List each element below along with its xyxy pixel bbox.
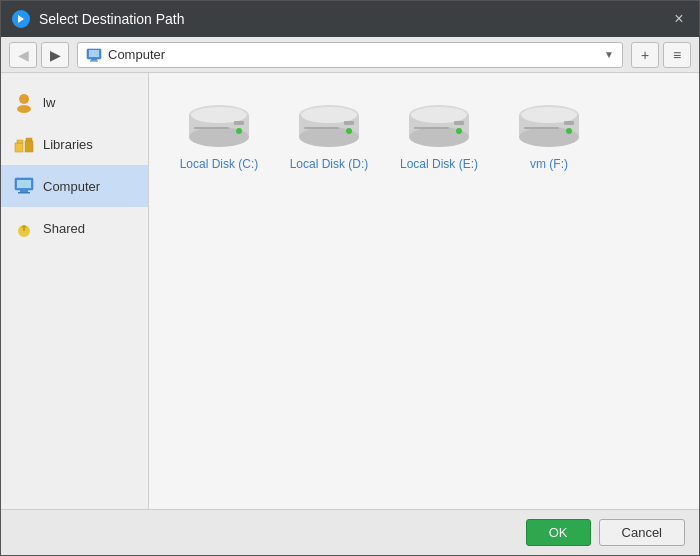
svg-point-34 xyxy=(411,107,467,123)
sidebar-libraries-label: Libraries xyxy=(43,137,93,152)
library-icon xyxy=(13,133,35,155)
close-button[interactable]: × xyxy=(669,9,689,29)
address-dropdown-icon: ▼ xyxy=(604,49,614,60)
svg-point-27 xyxy=(301,107,357,123)
app-icon xyxy=(11,9,31,29)
dialog-title: Select Destination Path xyxy=(39,11,669,27)
drive-f-icon xyxy=(514,103,584,151)
view-icon: ≡ xyxy=(673,47,681,63)
drive-d[interactable]: Local Disk (D:) xyxy=(279,93,379,181)
new-folder-button[interactable]: + xyxy=(631,42,659,68)
sidebar-item-lw[interactable]: lw xyxy=(1,81,148,123)
back-button[interactable]: ◀ xyxy=(9,42,37,68)
sidebar-item-shared[interactable]: Shared xyxy=(1,207,148,249)
svg-rect-14 xyxy=(18,192,30,194)
svg-point-22 xyxy=(236,128,242,134)
user-icon xyxy=(13,91,35,113)
sidebar-item-computer[interactable]: Computer xyxy=(1,165,148,207)
drive-d-icon xyxy=(294,103,364,151)
svg-rect-28 xyxy=(344,121,354,125)
new-folder-icon: + xyxy=(641,47,649,63)
toolbar: ◀ ▶ Computer ▼ + ≡ xyxy=(1,37,699,73)
svg-rect-23 xyxy=(194,127,229,129)
svg-rect-4 xyxy=(90,60,98,61)
drive-c[interactable]: Local Disk (C:) xyxy=(169,93,269,181)
sidebar-shared-label: Shared xyxy=(43,221,85,236)
dialog: Select Destination Path × ◀ ▶ Computer ▼ xyxy=(0,0,700,556)
svg-point-6 xyxy=(17,105,31,113)
drive-e[interactable]: Local Disk (E:) xyxy=(389,93,489,181)
view-button[interactable]: ≡ xyxy=(663,42,691,68)
svg-rect-12 xyxy=(17,180,31,188)
ok-button[interactable]: OK xyxy=(526,519,591,546)
shared-icon xyxy=(13,217,35,239)
svg-rect-9 xyxy=(25,141,33,152)
title-bar: Select Destination Path × xyxy=(1,1,699,37)
computer-sidebar-icon xyxy=(13,175,35,197)
computer-icon xyxy=(86,47,102,63)
forward-button[interactable]: ▶ xyxy=(41,42,69,68)
svg-rect-13 xyxy=(20,190,28,192)
sidebar-lw-label: lw xyxy=(43,95,55,110)
sidebar: lw Libraries xyxy=(1,73,149,509)
drive-c-icon xyxy=(184,103,254,151)
svg-point-5 xyxy=(19,94,29,104)
svg-rect-16 xyxy=(23,225,25,231)
svg-point-41 xyxy=(521,107,577,123)
svg-point-43 xyxy=(566,128,572,134)
drive-d-label: Local Disk (D:) xyxy=(290,157,369,171)
svg-rect-37 xyxy=(414,127,449,129)
cancel-button[interactable]: Cancel xyxy=(599,519,685,546)
svg-rect-42 xyxy=(564,121,574,125)
drive-c-label: Local Disk (C:) xyxy=(180,157,259,171)
footer: OK Cancel xyxy=(1,509,699,555)
svg-rect-2 xyxy=(89,50,99,57)
drive-f[interactable]: vm (F:) xyxy=(499,93,599,181)
forward-icon: ▶ xyxy=(50,47,61,63)
sidebar-computer-label: Computer xyxy=(43,179,100,194)
svg-rect-7 xyxy=(15,143,23,152)
svg-rect-35 xyxy=(454,121,464,125)
svg-rect-3 xyxy=(91,59,97,61)
drive-e-label: Local Disk (E:) xyxy=(400,157,478,171)
svg-point-36 xyxy=(456,128,462,134)
svg-point-29 xyxy=(346,128,352,134)
sidebar-item-libraries[interactable]: Libraries xyxy=(1,123,148,165)
svg-rect-21 xyxy=(234,121,244,125)
content-area: lw Libraries xyxy=(1,73,699,509)
svg-rect-44 xyxy=(524,127,559,129)
drive-e-icon xyxy=(404,103,474,151)
address-text: Computer xyxy=(108,47,604,62)
svg-rect-30 xyxy=(304,127,339,129)
svg-rect-10 xyxy=(26,138,32,141)
back-icon: ◀ xyxy=(18,47,29,63)
drive-f-label: vm (F:) xyxy=(530,157,568,171)
address-bar[interactable]: Computer ▼ xyxy=(77,42,623,68)
file-area: Local Disk (C:) Local Disk (D:) xyxy=(149,73,699,509)
svg-point-20 xyxy=(191,107,247,123)
svg-rect-8 xyxy=(17,140,23,143)
